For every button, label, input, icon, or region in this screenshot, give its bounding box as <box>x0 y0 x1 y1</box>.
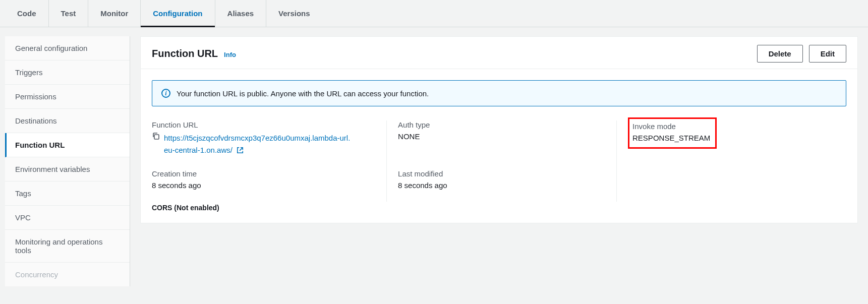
tab-code[interactable]: Code <box>5 0 49 27</box>
sidebar-item-general[interactable]: General configuration <box>5 36 130 60</box>
auth-type-value: NONE <box>398 132 616 141</box>
edit-button[interactable]: Edit <box>809 45 846 63</box>
invoke-mode-value: RESPONSE_STREAM <box>632 134 710 142</box>
info-link[interactable]: Info <box>224 51 236 58</box>
sidebar-item-vpc[interactable]: VPC <box>5 206 130 230</box>
auth-type-label: Auth type <box>398 120 616 129</box>
tab-test[interactable]: Test <box>49 0 89 27</box>
sidebar-item-concurrency[interactable]: Concurrency <box>5 263 130 286</box>
creation-time-value: 8 seconds ago <box>152 181 386 190</box>
sidebar-item-function-url[interactable]: Function URL <box>5 133 130 157</box>
invoke-mode-highlight: Invoke mode RESPONSE_STREAM <box>628 117 717 149</box>
panel-title: Function URL <box>152 48 218 59</box>
copy-icon[interactable] <box>152 132 160 142</box>
tab-versions[interactable]: Versions <box>266 0 322 27</box>
public-url-alert: i Your function URL is public. Anyone wi… <box>152 80 846 106</box>
alert-text: Your function URL is public. Anyone with… <box>177 89 429 98</box>
tab-aliases[interactable]: Aliases <box>215 0 267 27</box>
last-modified-label: Last modified <box>398 169 616 178</box>
sidebar-item-monitoring-tools[interactable]: Monitoring and operations tools <box>5 230 130 263</box>
cors-status: CORS (Not enabled) <box>152 202 846 212</box>
function-url-link[interactable]: https://t5cjszqcofvdrsmcxp3q7ez66u0umxaj… <box>164 132 351 157</box>
sidebar-item-permissions[interactable]: Permissions <box>5 85 130 109</box>
invoke-mode-label: Invoke mode <box>632 122 710 131</box>
sidebar-item-destinations[interactable]: Destinations <box>5 109 130 133</box>
sidebar-item-tags[interactable]: Tags <box>5 181 130 206</box>
main-panel: Function URL Info Delete Edit i Your fun… <box>140 36 858 223</box>
external-link-icon[interactable] <box>237 145 244 157</box>
function-url-label: Function URL <box>152 120 386 129</box>
config-sidebar: General configuration Triggers Permissio… <box>5 36 130 286</box>
tab-configuration[interactable]: Configuration <box>141 0 215 27</box>
last-modified-value: 8 seconds ago <box>398 181 616 190</box>
creation-time-label: Creation time <box>152 169 386 178</box>
sidebar-item-env-vars[interactable]: Environment variables <box>5 157 130 181</box>
delete-button[interactable]: Delete <box>757 45 803 63</box>
info-icon: i <box>161 89 170 98</box>
sidebar-item-triggers[interactable]: Triggers <box>5 60 130 85</box>
svg-rect-0 <box>154 135 159 139</box>
top-tabs: Code Test Monitor Configuration Aliases … <box>0 0 868 27</box>
tab-monitor[interactable]: Monitor <box>88 0 141 27</box>
